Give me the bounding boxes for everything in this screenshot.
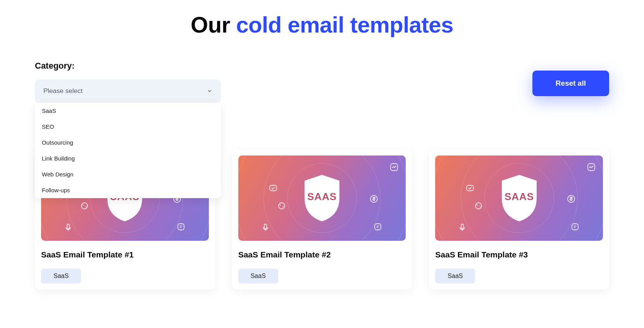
category-dropdown: SaaS SEO Outsourcing Link Building Web D… (35, 103, 221, 198)
dropdown-option-follow-ups[interactable]: Follow-ups (35, 182, 221, 198)
template-card[interactable]: SAAS SaaS Email Template #3 SaaS (429, 149, 609, 290)
template-card[interactable]: SAAS SaaS Email Template #2 SaaS (232, 149, 412, 290)
svg-point-20 (475, 203, 482, 209)
reset-button[interactable]: Reset all (532, 71, 609, 96)
mic-icon (64, 223, 73, 232)
card-title: SaaS Email Template #1 (41, 250, 209, 259)
dropdown-option-outsourcing[interactable]: Outsourcing (35, 135, 221, 150)
card-image: SAAS (238, 155, 406, 241)
refresh-icon (277, 201, 286, 211)
filter-left: Category: Please select SaaS SEO Outsour… (35, 61, 221, 103)
mic-icon (458, 223, 467, 232)
svg-rect-19 (467, 185, 474, 191)
chart-icon (389, 162, 399, 172)
category-select-wrapper: Please select SaaS SEO Outsourcing Link … (35, 79, 221, 103)
dollar-icon (369, 194, 379, 204)
dollar-icon (567, 194, 576, 204)
dropdown-option-saas[interactable]: SaaS (35, 103, 221, 119)
note-icon (373, 222, 382, 231)
svg-rect-5 (178, 224, 184, 230)
svg-point-2 (81, 203, 88, 209)
title-part-dark: Our (191, 12, 236, 37)
shield-icon: SAAS (301, 173, 343, 223)
select-placeholder: Please select (43, 87, 83, 95)
card-tag[interactable]: SaaS (435, 269, 475, 283)
svg-rect-3 (67, 224, 69, 229)
check-badge-icon (269, 183, 278, 193)
dropdown-option-link-building[interactable]: Link Building (35, 150, 221, 166)
shield-icon: SAAS (498, 173, 541, 223)
filter-row: Category: Please select SaaS SEO Outsour… (35, 61, 609, 103)
svg-point-11 (279, 203, 285, 209)
category-label: Category: (35, 61, 221, 71)
refresh-icon (80, 201, 89, 211)
category-select[interactable]: Please select (35, 79, 221, 103)
svg-rect-12 (264, 224, 267, 229)
svg-text:SAAS: SAAS (505, 191, 534, 202)
chevron-down-icon (207, 88, 212, 94)
mic-icon (261, 223, 270, 232)
card-tag[interactable]: SaaS (41, 269, 81, 283)
card-image: SAAS (435, 155, 603, 241)
refresh-icon (474, 201, 483, 211)
svg-rect-23 (572, 224, 578, 230)
chart-icon (587, 162, 596, 172)
card-title: SaaS Email Template #3 (435, 250, 603, 259)
card-tag[interactable]: SaaS (238, 269, 278, 283)
note-icon (570, 222, 580, 231)
dropdown-option-web-design[interactable]: Web Design (35, 166, 221, 182)
dropdown-option-seo[interactable]: SEO (35, 119, 221, 135)
title-part-blue: cold email templates (236, 12, 453, 37)
svg-rect-10 (270, 185, 277, 191)
page-title: Our cold email templates (35, 12, 609, 38)
card-title: SaaS Email Template #2 (238, 250, 406, 259)
svg-text:SAAS: SAAS (307, 191, 337, 202)
check-badge-icon (465, 183, 475, 193)
svg-rect-14 (375, 224, 381, 230)
note-icon (176, 222, 186, 231)
svg-rect-21 (461, 224, 463, 229)
